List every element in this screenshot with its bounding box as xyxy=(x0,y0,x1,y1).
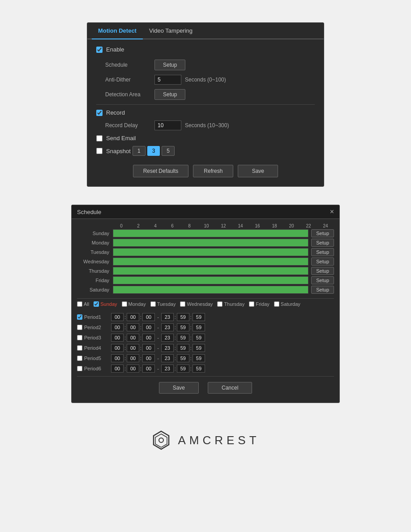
anti-dither-row: Anti-Dither Seconds (0~100) xyxy=(96,75,315,85)
period-4-end-m[interactable] xyxy=(177,344,189,352)
period-4-end-s[interactable] xyxy=(193,344,205,352)
checkbox-thursday[interactable]: Thursday xyxy=(217,301,244,307)
motion-detect-panel: Motion Detect Video Tampering Enable Sch… xyxy=(87,22,324,187)
checkbox-wednesday[interactable]: Wednesday xyxy=(180,301,213,307)
record-checkbox[interactable] xyxy=(96,110,103,116)
checkbox-all[interactable]: All xyxy=(77,301,89,307)
snapshot-btn-1[interactable]: 1 xyxy=(133,146,146,156)
setup-btn-wednesday[interactable]: Setup xyxy=(311,257,334,266)
enable-checkbox[interactable] xyxy=(96,47,103,53)
period-2-label: Period2 xyxy=(84,325,111,330)
record-delay-input[interactable] xyxy=(154,120,181,130)
timeline-bar-thursday[interactable] xyxy=(113,267,308,275)
checkbox-saturday[interactable]: Saturday xyxy=(274,301,300,307)
period-2-start-m[interactable] xyxy=(127,323,139,331)
timeline-row-wednesday: Wednesday Setup xyxy=(77,257,334,266)
checkbox-tuesday-input[interactable] xyxy=(150,301,156,307)
period-3-start-s[interactable] xyxy=(142,334,155,342)
period-2-end-h[interactable] xyxy=(161,323,174,331)
period-5-end-s[interactable] xyxy=(193,354,205,362)
dialog-save-button[interactable]: Save xyxy=(159,382,199,394)
period-5-end-h[interactable] xyxy=(161,354,174,362)
period-5-start-m[interactable] xyxy=(127,354,139,362)
timeline-bar-wednesday[interactable] xyxy=(113,257,308,266)
time-label-24: 24 xyxy=(317,223,334,228)
timeline-bar-friday[interactable] xyxy=(113,276,308,284)
period-3-end-h[interactable] xyxy=(161,334,174,342)
amcrest-logo: AMCREST xyxy=(151,430,260,450)
period-1-checkbox[interactable] xyxy=(77,314,82,320)
snapshot-btn-3[interactable]: 3 xyxy=(147,146,160,156)
checkbox-monday[interactable]: Monday xyxy=(122,301,146,307)
checkbox-tuesday[interactable]: Tuesday xyxy=(150,301,176,307)
period-6-checkbox[interactable] xyxy=(77,366,82,371)
refresh-button[interactable]: Refresh xyxy=(193,165,233,177)
period-4-start-h[interactable] xyxy=(111,344,124,352)
send-email-checkbox[interactable] xyxy=(96,135,103,142)
period-1-start-s[interactable] xyxy=(142,313,155,321)
period-3-start-h[interactable] xyxy=(111,334,124,342)
period-3-start-m[interactable] xyxy=(127,334,139,342)
timeline-bar-sunday[interactable] xyxy=(113,229,308,237)
tab-bar: Motion Detect Video Tampering xyxy=(87,23,324,39)
period-1-start-m[interactable] xyxy=(127,313,139,321)
checkbox-saturday-input[interactable] xyxy=(274,301,279,307)
period-2-end-m[interactable] xyxy=(177,323,189,331)
period-3-end-s[interactable] xyxy=(193,334,205,342)
timeline-bar-tuesday[interactable] xyxy=(113,248,308,256)
period-2-start-s[interactable] xyxy=(142,323,155,331)
dialog-cancel-button[interactable]: Cancel xyxy=(208,382,252,394)
setup-btn-monday[interactable]: Setup xyxy=(311,239,334,247)
checkbox-sunday-input[interactable] xyxy=(94,301,99,307)
dialog-titlebar: Schedule × xyxy=(72,205,339,219)
period-6-end-s[interactable] xyxy=(193,365,205,373)
tab-motion-detect[interactable]: Motion Detect xyxy=(92,23,143,39)
tab-video-tampering[interactable]: Video Tampering xyxy=(143,23,199,39)
checkbox-sunday[interactable]: Sunday xyxy=(94,301,117,307)
checkbox-wednesday-input[interactable] xyxy=(180,301,185,307)
snapshot-btn-5[interactable]: 5 xyxy=(162,146,175,156)
period-4-end-h[interactable] xyxy=(161,344,174,352)
setup-btn-sunday[interactable]: Setup xyxy=(311,229,334,237)
reset-defaults-button[interactable]: Reset Defaults xyxy=(133,165,189,177)
period-5-checkbox[interactable] xyxy=(77,356,82,361)
checkbox-all-input[interactable] xyxy=(77,301,82,307)
period-1-end-s[interactable] xyxy=(193,313,205,321)
period-5-start-s[interactable] xyxy=(142,354,155,362)
period-2-end-s[interactable] xyxy=(193,323,205,331)
schedule-setup-button[interactable]: Setup xyxy=(154,60,185,70)
timeline-bar-saturday[interactable] xyxy=(113,286,308,294)
period-6-start-s[interactable] xyxy=(142,365,155,373)
period-6-end-m[interactable] xyxy=(177,365,189,373)
checkbox-friday[interactable]: Friday xyxy=(249,301,270,307)
period-1-end-h[interactable] xyxy=(161,313,174,321)
period-2-checkbox[interactable] xyxy=(77,325,82,330)
setup-btn-friday[interactable]: Setup xyxy=(311,276,334,284)
dialog-close-button[interactable]: × xyxy=(330,208,334,216)
anti-dither-input[interactable] xyxy=(154,75,181,85)
period-6-start-h[interactable] xyxy=(111,365,124,373)
period-5-start-h[interactable] xyxy=(111,354,124,362)
period-6-end-h[interactable] xyxy=(161,365,174,373)
period-4-start-m[interactable] xyxy=(127,344,139,352)
checkbox-monday-input[interactable] xyxy=(122,301,127,307)
dialog-title: Schedule xyxy=(77,209,101,215)
period-4-start-s[interactable] xyxy=(142,344,155,352)
save-button[interactable]: Save xyxy=(238,165,278,177)
period-2-start-h[interactable] xyxy=(111,323,124,331)
setup-btn-tuesday[interactable]: Setup xyxy=(311,248,334,256)
period-1-start-h[interactable] xyxy=(111,313,124,321)
setup-btn-saturday[interactable]: Setup xyxy=(311,286,334,294)
checkbox-thursday-input[interactable] xyxy=(217,301,223,307)
period-4-checkbox[interactable] xyxy=(77,345,82,351)
period-1-end-m[interactable] xyxy=(177,313,189,321)
period-6-start-m[interactable] xyxy=(127,365,139,373)
checkbox-friday-input[interactable] xyxy=(249,301,254,307)
period-5-end-m[interactable] xyxy=(177,354,189,362)
period-3-end-m[interactable] xyxy=(177,334,189,342)
period-3-checkbox[interactable] xyxy=(77,335,82,340)
setup-btn-thursday[interactable]: Setup xyxy=(311,267,334,275)
timeline-bar-monday[interactable] xyxy=(113,239,308,247)
detection-area-setup-button[interactable]: Setup xyxy=(154,89,185,100)
snapshot-checkbox[interactable] xyxy=(96,148,103,154)
